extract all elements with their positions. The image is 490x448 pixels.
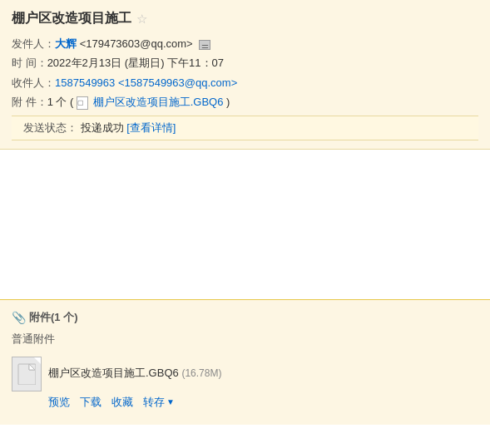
star-icon[interactable]: ☆ — [136, 12, 147, 27]
send-status-text: 投递成功 — [81, 121, 124, 134]
file-name-text: 棚户区改造项目施工.GBQ6 — [48, 367, 179, 379]
attachment-section-title: 附件 — [29, 310, 51, 325]
recipient-link[interactable]: 1587549963 <1587549963@qq.com> — [55, 76, 237, 89]
inline-attachment-link[interactable]: 棚户区改造项目施工.GBQ6 — [93, 96, 224, 108]
attachment-section: 📎 附件 (1 个) 普通附件 棚户区改造项目施工.GBQ6 — [0, 299, 490, 425]
file-info: 棚户区改造项目施工.GBQ6 (16.78M) — [48, 366, 221, 382]
contact-card-icon[interactable]: ⚌ — [199, 40, 210, 50]
recipient-value: 1587549963 <1587549963@qq.com> — [55, 73, 478, 92]
collect-link[interactable]: 收藏 — [111, 395, 133, 410]
sender-email: <179473603@qq.com> — [80, 37, 193, 50]
attachment-count-text: 1 个 ( — [47, 96, 74, 108]
email-meta: 发件人： 大辉 <179473603@qq.com> ⚌ 时 间： 2022年2… — [12, 34, 478, 112]
recipient-label: 收件人： — [12, 73, 55, 92]
attachment-file-row: 棚户区改造项目施工.GBQ6 (16.78M) — [12, 357, 478, 391]
recipient-row: 收件人： 1587549963 <1587549963@qq.com> — [12, 73, 478, 92]
send-status-label: 发送状态： — [23, 121, 77, 134]
download-link[interactable]: 下载 — [80, 395, 101, 410]
attachment-meta-label: 附 件： — [12, 92, 47, 111]
file-size: (16.78M) — [181, 367, 221, 379]
attachment-close-paren: ) — [226, 96, 230, 108]
svg-rect-0 — [18, 364, 36, 385]
paperclip-icon: 📎 — [12, 311, 26, 324]
attachment-section-header: 📎 附件 (1 个) — [12, 307, 478, 332]
save-label: 转存 — [143, 395, 165, 410]
sender-value: 大辉 <179473603@qq.com> ⚌ — [55, 34, 478, 53]
attachment-meta-value: 1 个 ( ▢ 棚户区改造项目施工.GBQ6 ) — [47, 92, 478, 111]
sender-label: 发件人： — [12, 34, 55, 53]
file-name: 棚户区改造项目施工.GBQ6 (16.78M) — [48, 366, 221, 381]
send-status-bar: 发送状态： 投递成功 [查看详情] — [12, 116, 478, 140]
subject-row: 棚户区改造项目施工 ☆ — [12, 10, 478, 27]
attachment-item: 棚户区改造项目施工.GBQ6 (16.78M) 预览 下载 收藏 转存 ▼ — [12, 353, 478, 413]
chevron-down-icon: ▼ — [166, 397, 175, 406]
sender-name-link[interactable]: 大辉 — [55, 37, 77, 50]
save-dropdown-btn[interactable]: 转存 ▼ — [143, 395, 175, 410]
email-body — [0, 150, 490, 299]
email-header: 棚户区改造项目施工 ☆ 发件人： 大辉 <179473603@qq.com> ⚌… — [0, 0, 490, 150]
file-icon-large — [12, 357, 42, 391]
time-row: 时 间： 2022年2月13日 (星期日) 下午11：07 — [12, 53, 478, 72]
file-size-text: 16.78M — [185, 367, 218, 379]
sender-row: 发件人： 大辉 <179473603@qq.com> ⚌ — [12, 34, 478, 53]
preview-link[interactable]: 预览 — [48, 395, 70, 410]
attachment-section-count: (1 个) — [51, 310, 78, 325]
attachment-meta-row: 附 件： 1 个 ( ▢ 棚户区改造项目施工.GBQ6 ) — [12, 92, 478, 111]
email-subject: 棚户区改造项目施工 — [12, 10, 131, 27]
time-value: 2022年2月13日 (星期日) 下午11：07 — [47, 53, 478, 72]
email-container: 棚户区改造项目施工 ☆ 发件人： 大辉 <179473603@qq.com> ⚌… — [0, 0, 490, 448]
attachment-actions: 预览 下载 收藏 转存 ▼ — [48, 395, 478, 410]
time-label: 时 间： — [12, 53, 47, 72]
inline-file-icon: ▢ — [77, 96, 88, 110]
attachment-type-label: 普通附件 — [12, 332, 478, 347]
send-status-detail-link[interactable]: [查看详情] — [126, 121, 176, 134]
file-svg-icon — [17, 363, 36, 385]
